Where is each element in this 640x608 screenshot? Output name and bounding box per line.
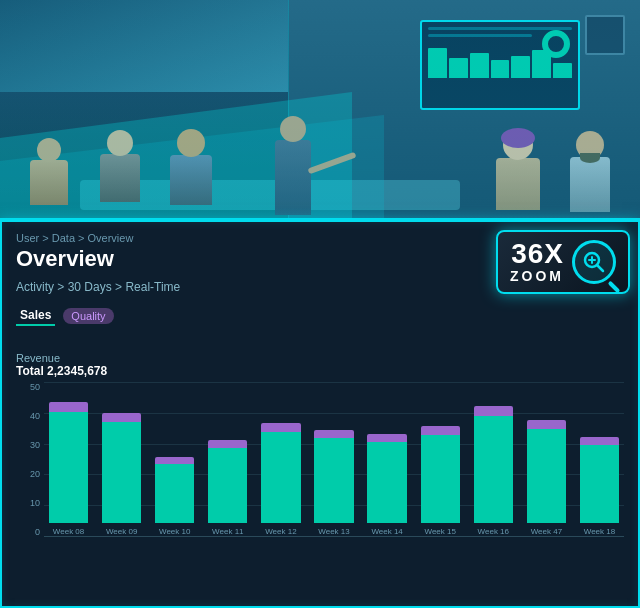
bar-main (527, 429, 566, 523)
zoom-text-group: 36X ZOOM (510, 240, 564, 284)
bar-label: Week 11 (212, 527, 243, 536)
bar-top (314, 430, 353, 438)
bar-main (367, 442, 406, 523)
bar-label: Week 47 (531, 527, 562, 536)
bar-group: Week 09 (97, 413, 146, 536)
bar-group: Week 18 (575, 437, 624, 536)
bar-main (102, 422, 141, 523)
y-axis: 0 10 20 30 40 50 (16, 382, 40, 537)
bar-main (474, 416, 513, 523)
bar-label: Week 13 (318, 527, 349, 536)
y-tick-30: 30 (16, 440, 40, 450)
bar-stack (363, 434, 412, 523)
bar-group: Week 16 (469, 406, 518, 536)
bar-group: Week 47 (522, 420, 571, 536)
bar-group: Week 13 (309, 430, 358, 536)
bar-label: Week 18 (584, 527, 615, 536)
bar-main (580, 445, 619, 523)
bars-area: Week 08Week 09Week 10Week 11Week 12Week … (44, 382, 624, 537)
bar-top (49, 402, 88, 412)
bar-label: Week 08 (53, 527, 84, 536)
bar-stack (256, 423, 305, 523)
bar-label: Week 12 (265, 527, 296, 536)
bar-stack (44, 402, 93, 523)
bar-label: Week 09 (106, 527, 137, 536)
bar-group: Week 11 (203, 440, 252, 536)
bar-top (421, 426, 460, 435)
bar-group: Week 08 (44, 402, 93, 536)
chart-area: 0 10 20 30 40 50 Week 08Week 09Week 10We… (16, 382, 624, 562)
bar-group: Week 12 (256, 423, 305, 536)
y-tick-50: 50 (16, 382, 40, 392)
activity-path: Activity > 30 Days > Real-Time (16, 280, 460, 294)
bar-top (155, 457, 194, 464)
bar-label: Week 14 (371, 527, 402, 536)
bar-top (580, 437, 619, 445)
bar-group: Week 15 (416, 426, 465, 536)
tab-sales[interactable]: Sales (16, 306, 55, 326)
tabs-row: Sales Quality (16, 306, 460, 326)
bar-stack (97, 413, 146, 523)
bar-label: Week 10 (159, 527, 190, 536)
bar-stack (575, 437, 624, 523)
bar-label: Week 16 (478, 527, 509, 536)
page-title: Overview (16, 246, 460, 272)
chart-total: Total 2,2345,678 (16, 364, 624, 378)
bar-main (261, 432, 300, 523)
bar-main (208, 448, 247, 523)
bar-top (474, 406, 513, 416)
tab-quality-badge[interactable]: Quality (63, 308, 113, 324)
bar-top (208, 440, 247, 448)
bar-group: Week 10 (150, 457, 199, 536)
bar-top (367, 434, 406, 442)
bar-top (261, 423, 300, 432)
chart-container: Revenue Total 2,2345,678 0 10 20 30 40 5… (0, 352, 640, 570)
photo-overlay (0, 0, 640, 230)
bar-stack (150, 457, 199, 523)
bar-group: Week 14 (363, 434, 412, 536)
bar-stack (469, 406, 518, 523)
bar-stack (416, 426, 465, 523)
bar-top (527, 420, 566, 429)
y-tick-0: 0 (16, 527, 40, 537)
bar-main (49, 412, 88, 523)
breadcrumb: User > Data > Overview (16, 232, 460, 244)
bar-main (314, 438, 353, 523)
bar-label: Week 15 (424, 527, 455, 536)
chart-title: Revenue (16, 352, 624, 364)
zoom-badge: 36X ZOOM (496, 230, 630, 294)
svg-line-1 (597, 265, 603, 271)
bar-stack (309, 430, 358, 523)
bar-stack (522, 420, 571, 523)
bar-main (421, 435, 460, 523)
y-tick-40: 40 (16, 411, 40, 421)
bar-main (155, 464, 194, 523)
y-tick-20: 20 (16, 469, 40, 479)
zoom-label: ZOOM (510, 268, 564, 284)
dashboard-section: 36X ZOOM User > Data > Overview Overview… (0, 218, 640, 608)
y-tick-10: 10 (16, 498, 40, 508)
photo-section (0, 0, 640, 230)
bar-top (102, 413, 141, 422)
chart-header: Revenue Total 2,2345,678 (16, 352, 624, 378)
bar-stack (203, 440, 252, 523)
zoom-search-icon (572, 240, 616, 284)
zoom-value: 36X (511, 240, 564, 268)
